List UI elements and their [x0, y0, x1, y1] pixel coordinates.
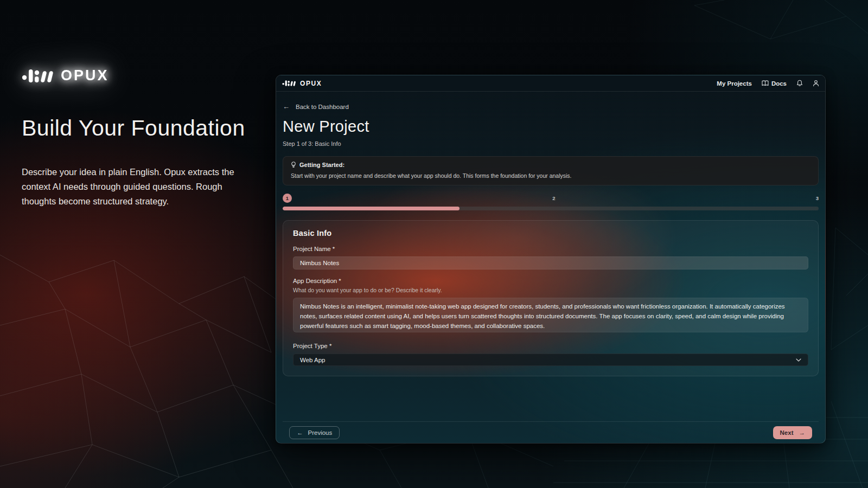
opux-logo-icon: [282, 80, 296, 87]
opux-logo-icon: [22, 68, 54, 84]
hero-headline: Build Your Foundation: [22, 115, 266, 141]
app-description-label: App Description *: [293, 278, 808, 284]
step-1-indicator[interactable]: 1: [283, 194, 292, 203]
topbar-actions: My Projects Docs: [717, 80, 819, 87]
lightbulb-icon: [291, 162, 296, 168]
hero-panel: OPUX Build Your Foundation Describe your…: [22, 67, 266, 209]
callout-body: Start with your project name and describ…: [291, 172, 810, 179]
stepper: 1 2 3: [283, 194, 819, 203]
arrow-right-icon: →: [799, 429, 806, 436]
card-title: Basic Info: [293, 229, 808, 237]
callout-title: Getting Started:: [299, 162, 344, 168]
arrow-left-icon: ←: [283, 102, 290, 111]
previous-button[interactable]: ← Previous: [289, 426, 340, 439]
app-topbar: OPUX My Projects Docs: [276, 75, 825, 92]
user-icon: [813, 80, 819, 87]
bell-icon: [796, 80, 803, 87]
project-name-input[interactable]: [293, 256, 808, 269]
app-window: OPUX My Projects Docs: [276, 75, 826, 444]
nav-docs[interactable]: Docs: [762, 80, 787, 87]
opux-logo: OPUX: [22, 67, 266, 84]
book-icon: [762, 80, 769, 87]
nav-docs-label: Docs: [771, 80, 787, 87]
wizard-content: ← Back to Dashboard New Project Step 1 o…: [276, 92, 825, 443]
progress-fill: [283, 207, 459, 210]
nav-my-projects[interactable]: My Projects: [717, 80, 752, 87]
step-3-indicator[interactable]: 3: [816, 195, 819, 201]
app-description-textarea[interactable]: Nimbus Notes is an intelligent, minimali…: [293, 298, 808, 332]
next-label: Next: [780, 429, 794, 436]
project-name-label: Project Name *: [293, 246, 808, 252]
topbar-brand[interactable]: OPUX: [282, 80, 322, 87]
wizard-footer: ← Previous Next →: [283, 421, 819, 443]
opux-logo-text: OPUX: [61, 67, 109, 84]
app-description-helper: What do you want your app to do or be? D…: [293, 287, 808, 293]
chevron-down-icon: [796, 358, 801, 362]
step-label: Step 1 of 3: Basic Info: [283, 140, 819, 147]
previous-label: Previous: [308, 429, 333, 436]
arrow-left-icon: ←: [297, 429, 303, 436]
project-type-select[interactable]: Web App: [293, 354, 808, 366]
basic-info-card: Basic Info Project Name * App Descriptio…: [283, 220, 819, 376]
hero-description: Describe your idea in plain English. Opu…: [22, 165, 252, 209]
progress-track: [283, 207, 819, 210]
notifications-button[interactable]: [796, 80, 803, 87]
account-button[interactable]: [813, 80, 819, 87]
topbar-brand-text: OPUX: [300, 80, 322, 87]
back-to-dashboard-link[interactable]: ← Back to Dashboard: [283, 102, 349, 111]
step-2-indicator[interactable]: 2: [552, 195, 555, 201]
project-type-label: Project Type *: [293, 343, 808, 349]
screen: OPUX Build Your Foundation Describe your…: [0, 0, 868, 488]
page-title: New Project: [283, 118, 819, 136]
callout-title-row: Getting Started:: [291, 162, 810, 168]
getting-started-callout: Getting Started: Start with your project…: [283, 156, 819, 185]
project-type-value: Web App: [300, 357, 325, 363]
next-button[interactable]: Next →: [773, 426, 812, 439]
back-link-label: Back to Dashboard: [296, 104, 349, 110]
